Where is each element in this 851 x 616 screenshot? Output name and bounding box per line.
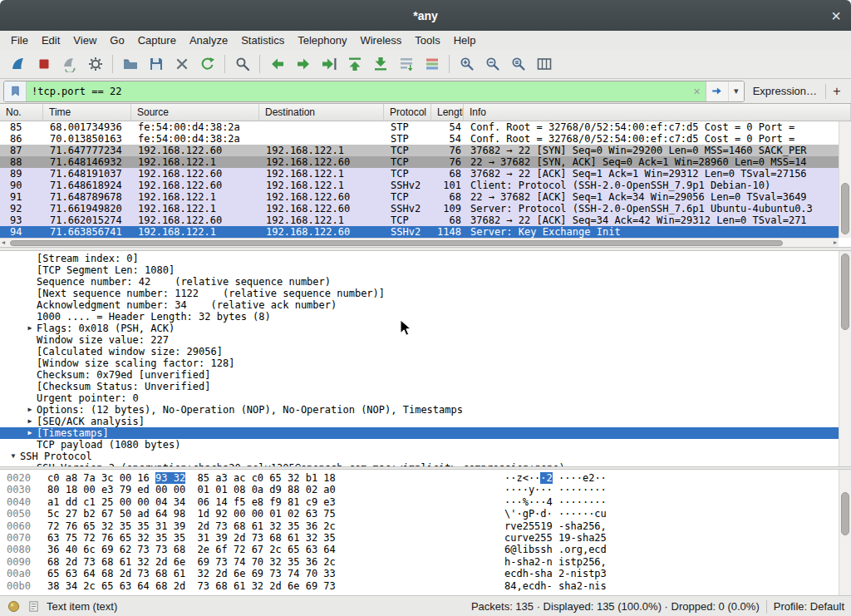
scrollbar-thumb[interactable] <box>841 254 849 330</box>
expand-arrow-icon[interactable]: ▶ <box>23 416 37 427</box>
hex-row[interactable]: 00b038 34 2c 65 63 64 68 2d 73 68 61 32 … <box>7 580 851 592</box>
column-header-no[interactable]: No. <box>0 104 43 121</box>
profile-label[interactable]: Profile: Default <box>774 600 844 613</box>
stop-capture-icon[interactable] <box>31 52 57 76</box>
reload-icon[interactable] <box>194 52 220 76</box>
scroll-right-icon[interactable]: ▸ <box>834 239 837 247</box>
hex-row[interactable]: 00505c 27 b2 67 50 ad 64 98 1d 92 00 00 … <box>7 508 851 520</box>
expand-arrow-icon[interactable]: ▶ <box>23 404 37 416</box>
column-header-time[interactable]: Time <box>43 104 131 121</box>
detail-line[interactable]: Acknowledgment number: 34 (relative ack … <box>0 299 851 311</box>
detail-line[interactable]: Window size value: 227 <box>0 334 851 346</box>
add-filter-button[interactable]: + <box>826 84 848 99</box>
hex-row[interactable]: 008036 40 6c 69 62 73 73 68 2e 6f 72 67 … <box>7 544 851 555</box>
close-file-icon[interactable] <box>169 52 194 76</box>
menu-view[interactable]: View <box>66 32 103 48</box>
menu-capture[interactable]: Capture <box>131 32 183 48</box>
detail-line[interactable]: Sequence number: 42 (relative sequence n… <box>0 276 851 288</box>
zoom-out-icon[interactable] <box>480 52 505 76</box>
menu-wireless[interactable]: Wireless <box>353 32 408 48</box>
collapse-arrow-icon[interactable]: ▼ <box>7 451 20 462</box>
go-last-icon[interactable] <box>367 52 393 76</box>
menu-edit[interactable]: Edit <box>35 32 66 48</box>
detail-line[interactable]: [Checksum Status: Unverified] <box>0 381 851 392</box>
hex-vscrollbar[interactable] <box>839 470 851 595</box>
scrollbar-thumb[interactable] <box>841 492 849 535</box>
expert-info-icon[interactable] <box>7 600 20 614</box>
open-file-icon[interactable] <box>117 52 143 76</box>
menu-file[interactable]: File <box>4 32 35 48</box>
filter-apply-icon[interactable] <box>706 81 728 101</box>
detail-line[interactable]: ▶[Timestamps] <box>0 427 851 439</box>
menu-statistics[interactable]: Statistics <box>234 32 291 48</box>
packet-row-94[interactable]: 9471.663856741192.168.122.1192.168.122.6… <box>0 226 839 238</box>
scrollbar-thumb[interactable] <box>10 240 783 246</box>
packet-row-87[interactable]: 8771.647777234192.168.122.60192.168.122.… <box>0 145 839 156</box>
expand-arrow-icon[interactable]: ▶ <box>23 323 37 334</box>
start-capture-icon[interactable] <box>5 52 31 76</box>
packet-row-85[interactable]: 8568.001734936fe:54:00:d4:38:2aSTP54Conf… <box>0 121 839 133</box>
packet-row-90[interactable]: 9071.648618924192.168.122.60192.168.122.… <box>0 180 839 191</box>
save-file-icon[interactable] <box>143 52 169 76</box>
resize-columns-icon[interactable] <box>531 52 557 76</box>
titlebar[interactable]: *any × <box>0 0 851 31</box>
scroll-left-icon[interactable]: ◂ <box>2 239 5 247</box>
find-packet-icon[interactable] <box>229 52 255 76</box>
hex-row[interactable]: 007063 75 72 76 65 32 35 35 31 39 2d 73 … <box>7 532 851 544</box>
packet-row-93[interactable]: 9371.662015274192.168.122.60192.168.122.… <box>0 214 839 226</box>
restart-capture-icon[interactable] <box>57 52 82 76</box>
filter-bookmark-icon[interactable] <box>4 81 27 101</box>
menu-help[interactable]: Help <box>447 32 483 48</box>
detail-line[interactable]: Checksum: 0x79ed [unverified] <box>0 369 851 381</box>
packet-list-vscrollbar[interactable] <box>839 121 851 238</box>
detail-line[interactable]: ▶Options: (12 bytes), No-Operation (NOP)… <box>0 404 851 416</box>
column-header-protocol[interactable]: Protocol <box>384 104 431 121</box>
detail-line[interactable]: Urgent pointer: 0 <box>0 392 851 404</box>
filter-input[interactable]: !tcp.port == 22 <box>27 81 689 101</box>
go-back-icon[interactable] <box>264 52 290 76</box>
detail-line[interactable]: [Window size scaling factor: 128] <box>0 357 851 369</box>
detail-line[interactable]: [Stream index: 0] <box>0 253 851 264</box>
detail-line[interactable]: [Calculated window size: 29056] <box>0 346 851 357</box>
expand-arrow-icon[interactable]: ▶ <box>23 427 37 439</box>
auto-scroll-icon[interactable] <box>393 52 419 76</box>
column-header-destination[interactable]: Destination <box>259 104 384 121</box>
hex-row[interactable]: 0040a1 dd c1 25 00 00 04 34 06 14 f5 e8 … <box>7 496 851 508</box>
packet-row-86[interactable]: 8670.013850163fe:54:00:d4:38:2aSTP54Conf… <box>0 133 839 145</box>
filter-clear-icon[interactable]: × <box>689 81 706 101</box>
menu-analyze[interactable]: Analyze <box>183 32 234 48</box>
detail-line[interactable]: [Next sequence number: 1122 (relative se… <box>0 288 851 299</box>
colorize-icon[interactable] <box>419 52 445 76</box>
detail-line[interactable]: [TCP Segment Len: 1080] <box>0 264 851 276</box>
hex-row[interactable]: 006072 76 65 32 35 35 31 39 2d 73 68 61 … <box>7 520 851 532</box>
hex-row[interactable]: 00a065 63 64 68 2d 73 68 61 32 2d 6e 69 … <box>7 568 851 579</box>
close-window-icon[interactable]: × <box>831 7 841 24</box>
hex-row[interactable]: 003080 18 00 e3 79 ed 00 00 01 01 08 0a … <box>7 484 851 495</box>
expression-button[interactable]: Expression… <box>745 85 825 97</box>
hex-row[interactable]: 009068 2d 73 68 61 32 2d 6e 69 73 74 70 … <box>7 556 851 568</box>
packet-row-89[interactable]: 8971.648191037192.168.122.60192.168.122.… <box>0 168 839 180</box>
packet-row-88[interactable]: 8871.648146932192.168.122.1192.168.122.6… <box>0 156 839 168</box>
scrollbar-thumb[interactable] <box>841 183 849 234</box>
capture-options-icon[interactable] <box>82 52 108 76</box>
go-to-packet-icon[interactable] <box>316 52 342 76</box>
hex-row[interactable]: 0020c0 a8 7a 3c 00 16 93 32 85 a3 ac c0 … <box>7 472 851 484</box>
detail-line[interactable]: 1000 .... = Header Length: 32 bytes (8) <box>0 311 851 323</box>
column-header-info[interactable]: Info <box>464 104 851 121</box>
detail-line[interactable]: TCP payload (1080 bytes) <box>0 439 851 451</box>
menu-tools[interactable]: Tools <box>408 32 446 48</box>
packet-row-91[interactable]: 9171.648789678192.168.122.1192.168.122.6… <box>0 191 839 203</box>
go-first-icon[interactable] <box>342 52 367 76</box>
menu-go[interactable]: Go <box>103 32 130 48</box>
filter-dropdown-icon[interactable]: ▾ <box>728 81 744 101</box>
zoom-in-icon[interactable] <box>454 52 480 76</box>
column-header-length[interactable]: Length <box>431 104 464 121</box>
packet-row-92[interactable]: 9271.661949820192.168.122.1192.168.122.6… <box>0 203 839 214</box>
detail-line[interactable]: SSH Version 2 (encryption:chacha20-poly1… <box>0 462 851 466</box>
detail-line[interactable]: ▶Flags: 0x018 (PSH, ACK) <box>0 323 851 334</box>
detail-line[interactable]: ▼SSH Protocol <box>0 451 851 462</box>
detail-line[interactable]: ▶[SEQ/ACK analysis] <box>0 416 851 427</box>
zoom-original-icon[interactable] <box>505 52 531 76</box>
packet-list-hscrollbar[interactable]: ◂ ▸ <box>0 238 839 247</box>
column-header-source[interactable]: Source <box>131 104 259 121</box>
